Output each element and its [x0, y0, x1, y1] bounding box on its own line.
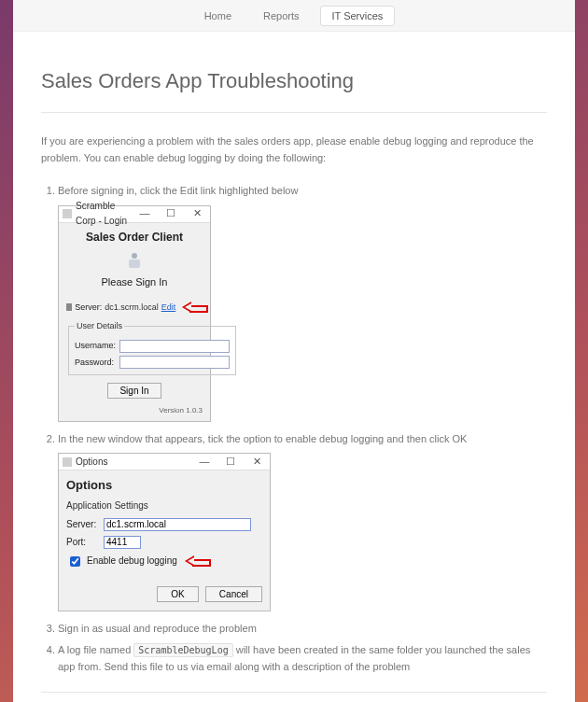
login-app-title: Sales Order Client: [66, 229, 203, 246]
login-body: Sales Order Client Please Sign In Server…: [59, 223, 210, 421]
options-subheading: Application Settings: [66, 498, 262, 513]
server-icon: [66, 303, 72, 311]
step-2-text: In the new window that appears, tick the…: [58, 433, 467, 444]
bottom-divider: [41, 692, 547, 693]
options-port-label: Port:: [66, 535, 100, 550]
top-nav: Home Reports IT Services: [13, 0, 575, 32]
maximize-icon[interactable]: ☐: [217, 454, 244, 470]
enable-debug-checkbox[interactable]: [70, 556, 80, 567]
step-4-text-a: A log file named: [58, 644, 131, 655]
nav-it-services[interactable]: IT Services: [320, 6, 396, 26]
edit-link[interactable]: Edit: [161, 301, 176, 314]
maximize-icon[interactable]: ☐: [158, 205, 184, 222]
enable-debug-label: Enable debug logging: [87, 554, 177, 569]
login-window: Scramble Corp - Login — ☐ ✕ Sales Order …: [58, 205, 211, 422]
password-label: Password:: [75, 356, 116, 369]
step-1: Before signing in, click the Edit link h…: [58, 183, 547, 421]
options-window-title: Options: [76, 455, 191, 470]
highlight-arrow-icon: [182, 302, 203, 312]
password-field[interactable]: [119, 356, 230, 369]
server-value: dc1.scrm.local: [105, 301, 159, 314]
divider: [41, 112, 547, 113]
step-3: Sign in as usual and reproduce the probl…: [58, 621, 547, 638]
options-app-icon: [63, 457, 72, 467]
ok-button[interactable]: OK: [157, 586, 198, 602]
page: Home Reports IT Services Sales Orders Ap…: [13, 0, 575, 702]
cancel-button[interactable]: Cancel: [205, 586, 262, 602]
svg-rect-0: [132, 253, 137, 259]
login-titlebar: Scramble Corp - Login — ☐ ✕: [59, 206, 210, 223]
steps-list: Before signing in, click the Edit link h…: [41, 183, 547, 675]
server-row: Server: dc1.scrm.local Edit: [66, 301, 203, 314]
user-details-legend: User Details: [75, 319, 124, 332]
highlight-arrow-icon: [185, 556, 211, 566]
avatar-icon: [124, 250, 145, 271]
version-text: Version 1.0.3: [66, 405, 203, 417]
options-titlebar: Options — ☐ ✕: [59, 454, 270, 470]
svg-rect-1: [129, 260, 140, 268]
step-1-text: Before signing in, click the Edit link h…: [58, 185, 298, 196]
minimize-icon[interactable]: —: [132, 205, 158, 222]
options-port-field[interactable]: [104, 536, 141, 549]
options-server-field[interactable]: [104, 518, 251, 531]
sign-in-button[interactable]: Sign In: [107, 383, 161, 399]
close-icon[interactable]: ✕: [244, 454, 270, 470]
options-body: Options Application Settings Server: Por…: [59, 470, 270, 610]
minimize-icon[interactable]: —: [191, 454, 217, 470]
step-4: A log file named ScrambleDebugLog will h…: [58, 642, 547, 675]
intro-text: If you are experiencing a problem with t…: [41, 133, 547, 166]
username-field[interactable]: [119, 340, 230, 353]
please-sign-in: Please Sign In: [66, 274, 203, 291]
username-label: Username:: [75, 339, 116, 352]
close-icon[interactable]: ✕: [184, 205, 210, 222]
nav-reports[interactable]: Reports: [252, 7, 311, 25]
nav-home[interactable]: Home: [193, 7, 243, 25]
options-server-label: Server:: [66, 517, 100, 532]
options-window: Options — ☐ ✕ Options Application Settin…: [58, 453, 271, 611]
log-file-name: ScrambleDebugLog: [133, 643, 232, 657]
step-2: In the new window that appears, tick the…: [58, 431, 547, 611]
server-label: Server:: [75, 301, 102, 314]
page-title: Sales Orders App Troubleshooting: [41, 69, 547, 93]
app-icon: [63, 209, 72, 218]
options-heading: Options: [66, 476, 262, 496]
content: Sales Orders App Troubleshooting If you …: [13, 32, 575, 702]
user-details-group: User Details Username: Password:: [68, 319, 236, 375]
